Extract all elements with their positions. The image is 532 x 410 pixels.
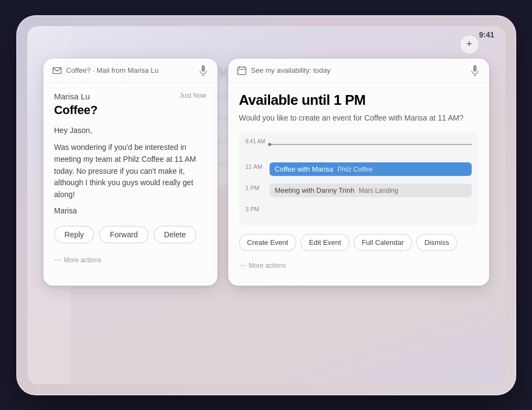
timeline-row-1pm: 1 PM Meeting with Danny Trinh Mars Landi…: [246, 184, 472, 199]
calendar-mic-button[interactable]: [470, 65, 480, 76]
coffee-event: Coffee with Marisa Philz Coffee: [270, 162, 472, 176]
calendar-timeline: 9:41 AM 11 AM: [239, 132, 478, 225]
coffee-event-location: Philz Coffee: [337, 166, 372, 173]
email-body-text: Was wondering if you'd be interested in …: [54, 142, 206, 200]
timeline-row-941: 9:41 AM: [246, 137, 472, 153]
time-3pm: 3 PM: [246, 205, 270, 212]
create-event-button[interactable]: Create Event: [239, 234, 297, 251]
email-card-header: Coffee? · Mail from Marisa Lu: [43, 59, 217, 83]
calendar-card-header: See my availability: today: [228, 59, 489, 83]
calendar-more-actions[interactable]: ⋯ More actions: [239, 256, 478, 277]
status-bar: 9:41: [479, 30, 494, 39]
email-time: Just Now: [179, 92, 206, 99]
forward-button[interactable]: Forward: [99, 226, 148, 243]
availability-title: Available until 1 PM: [239, 92, 478, 109]
meeting-event-container: Meeting with Danny Trinh Mars Landing: [270, 184, 472, 199]
email-more-actions[interactable]: ⋯ More actions: [54, 251, 206, 272]
mail-icon: [52, 66, 62, 75]
timeline-row-11am: 11 AM Coffee with Marisa Philz Coffee: [246, 162, 472, 178]
full-calendar-button[interactable]: Full Calendar: [354, 234, 412, 251]
email-mic-button[interactable]: [198, 65, 209, 76]
email-sender: Marisa Lu: [54, 92, 90, 101]
calendar-actions: Create Event Edit Event Full Calendar Di…: [239, 234, 478, 251]
time-11am: 11 AM: [246, 162, 270, 170]
email-meta: Marisa Lu Just Now: [54, 92, 206, 101]
calendar-body: Available until 1 PM Would you like to c…: [228, 83, 489, 286]
meeting-event: Meeting with Danny Trinh Mars Landing: [270, 184, 472, 197]
more-actions-icon: ⋯: [54, 256, 61, 264]
email-subject: Coffee?: [54, 103, 206, 117]
email-body: Marisa Lu Just Now Coffee? Hey Jason, Wa…: [43, 83, 217, 280]
calendar-more-actions-icon: ⋯: [239, 262, 246, 269]
dismiss-button[interactable]: Dismiss: [416, 234, 458, 251]
email-card: Coffee? · Mail from Marisa Lu Marisa Lu: [43, 59, 217, 286]
email-more-actions-label: More actions: [64, 256, 102, 264]
tablet-frame: Review Inbox 9:41 +: [16, 15, 516, 395]
meeting-event-location: Mars Landing: [359, 187, 398, 194]
coffee-event-container: Coffee with Marisa Philz Coffee: [270, 162, 472, 178]
svg-rect-4: [237, 67, 246, 74]
reply-button[interactable]: Reply: [54, 226, 95, 243]
timeline-row-3pm: 3 PM: [246, 205, 472, 220]
svg-rect-1: [202, 65, 205, 72]
svg-rect-8: [473, 65, 477, 72]
tablet-screen: Review Inbox 9:41 +: [27, 26, 505, 384]
availability-question: Would you like to create an event for Co…: [239, 113, 478, 124]
time-941: 9:41 AM: [246, 137, 270, 144]
time-display: 9:41: [479, 30, 494, 39]
email-actions: Reply Forward Delete: [54, 226, 206, 243]
meeting-event-name: Meeting with Danny Trinh: [275, 186, 355, 194]
edit-event-button[interactable]: Edit Event: [301, 234, 349, 251]
delete-button[interactable]: Delete: [154, 226, 196, 243]
email-greeting: Hey Jason,: [54, 125, 206, 137]
email-header-title: Coffee? · Mail from Marisa Lu: [66, 66, 193, 74]
coffee-event-name: Coffee with Marisa: [275, 165, 333, 173]
calendar-header-title: See my availability: today: [251, 66, 465, 74]
calendar-icon: [237, 66, 247, 75]
add-button[interactable]: +: [461, 36, 478, 53]
email-signature: Marisa: [54, 206, 206, 215]
calendar-more-actions-label: More actions: [249, 262, 286, 269]
time-1pm: 1 PM: [246, 184, 270, 191]
calendar-card: See my availability: today Available unt…: [228, 59, 489, 286]
cards-container: Coffee? · Mail from Marisa Lu Marisa Lu: [43, 59, 489, 286]
